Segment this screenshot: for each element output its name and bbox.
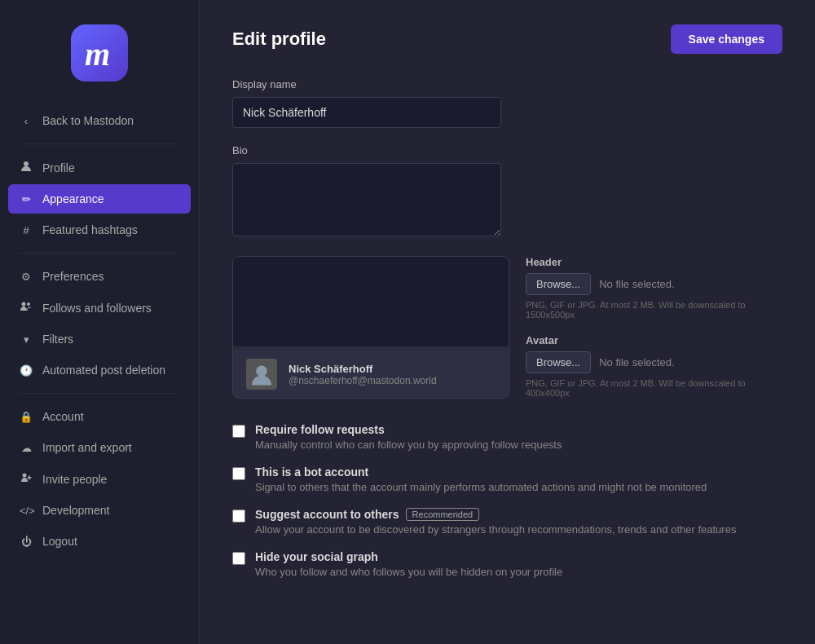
- sidebar-item-appearance[interactable]: ✏ Appearance: [8, 184, 191, 214]
- page-title: Edit profile: [232, 29, 326, 50]
- sidebar-divider-1: [20, 143, 179, 144]
- bio-section: Bio: [232, 144, 782, 240]
- profile-display-name: Nick Schäferhoff: [289, 363, 437, 375]
- bot-account-title[interactable]: This is a bot account: [255, 465, 707, 479]
- gear-icon: ⚙: [20, 271, 33, 283]
- svg-point-5: [256, 366, 267, 377]
- code-icon: </>: [20, 505, 33, 517]
- header-upload-group: Header Browse... No file selected. PNG, …: [526, 256, 782, 320]
- upload-section: Header Browse... No file selected. PNG, …: [526, 256, 782, 399]
- sidebar-follows-label: Follows and followers: [42, 302, 152, 315]
- bot-account-content: This is a bot account Signal to others t…: [255, 465, 707, 493]
- require-follow-title[interactable]: Require follow requests: [255, 423, 562, 436]
- display-name-label: Display name: [232, 78, 782, 90]
- sidebar-preferences-label: Preferences: [42, 270, 104, 283]
- bot-account-checkbox[interactable]: [232, 467, 245, 480]
- sidebar-divider-3: [20, 393, 179, 394]
- sidebar-account-label: Account: [42, 410, 84, 423]
- header-upload-hint: PNG, GIF or JPG. At most 2 MB. Will be d…: [526, 300, 782, 320]
- sidebar-item-autodeletion[interactable]: 🕐 Automated post deletion: [8, 355, 191, 385]
- display-name-input[interactable]: [232, 97, 501, 128]
- suggest-account-desc: Allow your account to be discovered by s…: [255, 523, 736, 536]
- require-follow-desc: Manually control who can follow you by a…: [255, 439, 562, 451]
- display-name-section: Display name: [232, 78, 782, 128]
- header-upload-row: Browse... No file selected.: [526, 273, 782, 295]
- profile-preview: Nick Schäferhoff @nschaeferhoff@mastodon…: [232, 256, 509, 399]
- checkbox-section: Require follow requests Manually control…: [232, 423, 782, 578]
- checkbox-suggest-account: Suggest account to others Recommended Al…: [232, 508, 782, 536]
- main-content: Edit profile Save changes Display name B…: [200, 0, 815, 644]
- sidebar: m ‹ Back to Mastodon Profile ✏ Appearanc…: [0, 0, 200, 644]
- hide-social-title[interactable]: Hide your social graph: [255, 550, 562, 563]
- sidebar-item-preferences[interactable]: ⚙ Preferences: [8, 262, 191, 291]
- media-section: Nick Schäferhoff @nschaeferhoff@mastodon…: [232, 256, 782, 399]
- svg-point-2: [22, 302, 26, 307]
- sidebar-item-import-export[interactable]: ☁ Import and export: [8, 433, 191, 462]
- require-follow-content: Require follow requests Manually control…: [255, 423, 562, 451]
- invite-icon: [20, 472, 33, 486]
- sidebar-divider-2: [20, 253, 179, 254]
- profile-info: Nick Schäferhoff @nschaeferhoff@mastodon…: [289, 363, 437, 386]
- hide-social-desc: Who you follow and who follows you will …: [255, 566, 562, 578]
- save-changes-button[interactable]: Save changes: [671, 24, 782, 54]
- svg-point-1: [24, 161, 29, 166]
- sidebar-item-profile[interactable]: Profile: [8, 152, 191, 183]
- svg-text:m: m: [85, 36, 110, 72]
- sidebar-back-label: Back to Mastodon: [42, 114, 134, 127]
- header-upload-label: Header: [526, 256, 782, 268]
- sidebar-item-filters[interactable]: ▾ Filters: [8, 324, 191, 354]
- sidebar-nav: ‹ Back to Mastodon Profile ✏ Appearance …: [0, 106, 199, 556]
- profile-card-footer: Nick Schäferhoff @nschaeferhoff@mastodon…: [233, 351, 509, 398]
- bio-label: Bio: [232, 144, 782, 157]
- avatar-upload-row: Browse... No file selected.: [526, 351, 782, 373]
- hide-social-content: Hide your social graph Who you follow an…: [255, 550, 562, 578]
- hide-social-checkbox[interactable]: [232, 552, 245, 565]
- sidebar-appearance-label: Appearance: [42, 192, 104, 205]
- logout-icon: ⏻: [20, 536, 33, 548]
- sidebar-importexport-label: Import and export: [42, 441, 132, 454]
- hashtag-icon: #: [20, 224, 33, 236]
- sidebar-item-development[interactable]: </> Development: [8, 496, 191, 525]
- mastodon-logo[interactable]: m: [71, 24, 128, 82]
- avatar: [244, 357, 279, 391]
- svg-point-3: [27, 302, 30, 306]
- sidebar-item-account[interactable]: 🔒 Account: [8, 402, 191, 431]
- suggest-account-checkbox[interactable]: [232, 509, 245, 523]
- back-icon: ‹: [20, 115, 33, 127]
- page-header: Edit profile Save changes: [232, 24, 782, 54]
- profile-handle: @nschaeferhoff@mastodon.world: [289, 375, 437, 386]
- filter-icon: ▾: [20, 333, 33, 346]
- sidebar-item-invite[interactable]: Invite people: [8, 464, 191, 494]
- profile-header-bg: [233, 257, 509, 346]
- sidebar-item-follows[interactable]: Follows and followers: [8, 293, 191, 323]
- bot-account-desc: Signal to others that the account mainly…: [255, 481, 707, 493]
- header-browse-button[interactable]: Browse...: [526, 273, 591, 295]
- sidebar-item-back[interactable]: ‹ Back to Mastodon: [8, 106, 191, 135]
- sidebar-profile-label: Profile: [42, 161, 75, 174]
- suggest-account-content: Suggest account to others Recommended Al…: [255, 508, 736, 536]
- sidebar-development-label: Development: [42, 504, 110, 517]
- cloud-icon: ☁: [20, 442, 33, 454]
- people-icon: [20, 301, 33, 315]
- avatar-upload-hint: PNG, GIF or JPG. At most 2 MB. Will be d…: [526, 378, 782, 398]
- checkbox-require-follow: Require follow requests Manually control…: [232, 423, 782, 451]
- sidebar-hashtags-label: Featured hashtags: [42, 223, 138, 236]
- avatar-upload-group: Avatar Browse... No file selected. PNG, …: [526, 334, 782, 398]
- require-follow-checkbox[interactable]: [232, 425, 245, 438]
- recommended-badge: Recommended: [406, 508, 480, 521]
- sidebar-autodeletion-label: Automated post deletion: [42, 364, 165, 377]
- checkbox-bot-account: This is a bot account Signal to others t…: [232, 465, 782, 493]
- checkbox-hide-social: Hide your social graph Who you follow an…: [232, 550, 782, 578]
- bio-input[interactable]: [232, 163, 501, 236]
- sidebar-item-logout[interactable]: ⏻ Logout: [8, 527, 191, 556]
- svg-point-4: [23, 474, 27, 478]
- sidebar-item-featured-hashtags[interactable]: # Featured hashtags: [8, 215, 191, 245]
- sidebar-logo: m: [0, 16, 199, 106]
- avatar-upload-label: Avatar: [526, 334, 782, 346]
- header-no-file: No file selected.: [599, 278, 675, 290]
- suggest-account-title[interactable]: Suggest account to others Recommended: [255, 508, 736, 521]
- sidebar-logout-label: Logout: [42, 535, 77, 548]
- sidebar-filters-label: Filters: [42, 333, 73, 346]
- avatar-no-file: No file selected.: [599, 356, 675, 368]
- avatar-browse-button[interactable]: Browse...: [526, 351, 591, 373]
